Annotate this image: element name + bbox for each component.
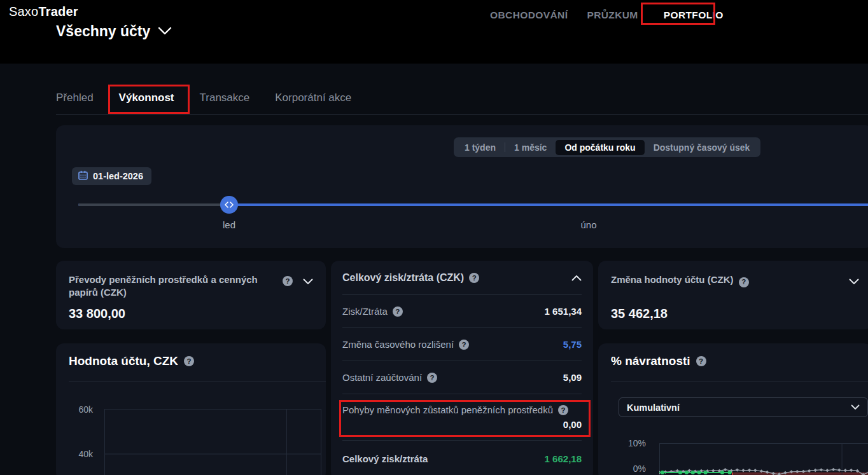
slider-axis-month-led: led (210, 219, 248, 230)
help-icon[interactable]: ? (283, 276, 293, 286)
help-icon[interactable]: ? (739, 277, 749, 287)
account-selector-label: Všechny účty (56, 23, 150, 40)
transfers-card: Převody peněžních prostředků a cenných p… (56, 261, 326, 329)
slider-track-inactive-segment (78, 203, 229, 206)
chevron-down-icon[interactable] (303, 276, 313, 287)
account-value-change-value: 35 462,18 (611, 306, 668, 321)
return-chart-card: % návratnosti ? Kumulativní 10% 0% (598, 343, 868, 475)
row-value: 1 662,18 (545, 453, 582, 464)
account-value-chart-plot (104, 409, 321, 475)
account-selector[interactable]: Všechny účty (56, 23, 172, 40)
logo-saxo: Saxo (9, 4, 38, 18)
help-icon[interactable]: ? (469, 273, 479, 283)
start-date-label: 01-led-2026 (93, 171, 143, 181)
tab-prehled[interactable]: Přehled (56, 92, 94, 114)
row-value-link[interactable]: 5,75 (563, 339, 582, 350)
range-1-week[interactable]: 1 týden (456, 140, 505, 155)
app-logo: SaxoTrader (9, 4, 78, 19)
account-value-chart-title: Hodnota účtu, CZK ? (69, 354, 194, 368)
help-icon[interactable]: ? (696, 356, 706, 366)
help-icon[interactable]: ? (459, 340, 469, 350)
calendar-icon (78, 170, 88, 182)
divider (611, 382, 868, 382)
help-icon[interactable]: ? (184, 356, 194, 366)
ytick-0pct: 0% (618, 464, 646, 474)
return-chart-plot (659, 443, 868, 475)
row-label: Pohyby měnových zůstatků peněžních prost… (342, 404, 553, 415)
account-value-change-card: Změna hodnoty účtu (CZK) ? 35 462,18 (598, 261, 868, 329)
total-pl-title: Celkový zisk/ztráta (CZK) (342, 272, 464, 284)
pl-row-zmena-casoveho-rozliseni: Změna časového rozlišení ? 5,75 (342, 328, 582, 361)
total-pl-card: Celkový zisk/ztráta (CZK) ? Zisk/Ztráta … (331, 261, 593, 475)
slider-handle-arrows-icon (224, 199, 234, 210)
return-mode-value: Kumulativní (627, 403, 680, 413)
date-range-slider-handle[interactable] (220, 196, 238, 214)
logo-trader: Trader (38, 4, 78, 18)
row-value: 1 651,34 (545, 306, 582, 317)
tabs-divider (56, 114, 868, 115)
help-icon[interactable]: ? (393, 306, 403, 317)
pl-row-pohyby-menovych-zustatku: Pohyby měnových zůstatků peněžních prost… (342, 394, 582, 441)
return-chart-title: % návratnosti ? (611, 354, 706, 368)
transfers-card-value: 33 800,00 (69, 306, 125, 321)
total-pl-header: Celkový zisk/ztráta (CZK) ? (342, 261, 582, 295)
divider (69, 382, 326, 382)
chevron-down-icon[interactable] (849, 276, 859, 287)
main-nav: OBCHODOVÁNÍ PRŮZKUM PORTFOLIO (490, 6, 730, 25)
title-text: Změna hodnoty účtu (CZK) (611, 274, 733, 285)
range-available-period[interactable]: Dostupný časový úsek (645, 140, 759, 155)
row-label: Celkový zisk/ztráta (342, 453, 428, 464)
date-range-slider-track[interactable] (78, 203, 868, 206)
ytick-60k: 60k (65, 404, 93, 415)
transfers-card-title: Převody peněžních prostředků a cenných p… (69, 273, 271, 299)
pl-row-zisk-ztrata: Zisk/Ztráta ? 1 651,34 (342, 295, 582, 328)
pl-row-ostatni-zauctovani: Ostatní zaúčtování ? 5,09 (342, 361, 582, 394)
chevron-down-icon (158, 26, 172, 38)
row-label: Zisk/Ztráta (342, 306, 388, 317)
range-1-month[interactable]: 1 měsíc (505, 140, 556, 155)
account-value-change-title: Změna hodnoty účtu (CZK) ? (611, 273, 840, 287)
chevron-up-icon[interactable] (571, 272, 582, 284)
return-mode-select[interactable]: Kumulativní (619, 397, 868, 417)
range-ytd[interactable]: Od počátku roku (556, 140, 644, 155)
range-segmented-control: 1 týden 1 měsíc Od počátku roku Dostupný… (454, 137, 760, 157)
nav-item-obchodovani[interactable]: OBCHODOVÁNÍ (490, 10, 568, 21)
row-label: Ostatní zaúčtování (342, 372, 422, 383)
pl-row-celkovy-zisk-ztrata: Celkový zisk/ztráta 1 662,18 (342, 441, 582, 475)
title-text: Hodnota účtu, CZK (69, 354, 178, 368)
portfolio-tabs: Přehled Výkonnost Transakce Korporátní a… (56, 92, 351, 114)
tab-transakce[interactable]: Transakce (200, 92, 250, 114)
saxotrader-app: SaxoTrader OBCHODOVÁNÍ PRŮZKUM PORTFOLIO… (0, 0, 868, 475)
account-value-chart-card: Hodnota účtu, CZK ? 60k 40k (56, 343, 326, 475)
row-label: Změna časového rozlišení (342, 339, 454, 350)
nav-item-portfolio[interactable]: PORTFOLIO (657, 6, 730, 25)
start-date-chip[interactable]: 01-led-2026 (72, 167, 151, 185)
slider-axis-month-uno: úno (570, 219, 608, 230)
ytick-10pct: 10% (618, 438, 646, 448)
tab-vykonnost[interactable]: Výkonnost (119, 92, 174, 114)
chevron-down-icon (851, 404, 860, 410)
tab-korporatni-akce[interactable]: Korporátní akce (275, 92, 351, 114)
period-panel: 1 týden 1 měsíc Od počátku roku Dostupný… (56, 125, 868, 248)
help-icon[interactable]: ? (427, 373, 437, 383)
help-icon[interactable]: ? (558, 405, 568, 415)
row-value: 0,00 (563, 419, 582, 430)
nav-item-pruzkum[interactable]: PRŮZKUM (587, 10, 638, 21)
title-text: % návratnosti (611, 354, 690, 368)
ytick-40k: 40k (65, 449, 93, 459)
row-value: 5,09 (563, 372, 582, 383)
